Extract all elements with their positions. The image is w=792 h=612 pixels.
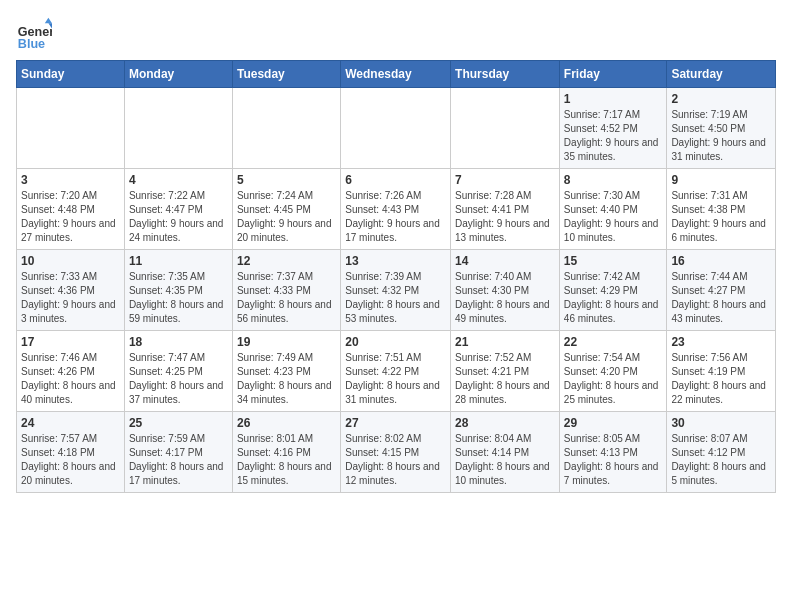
day-number: 2 xyxy=(671,92,771,106)
weekday-header-row: SundayMondayTuesdayWednesdayThursdayFrid… xyxy=(17,61,776,88)
day-number: 28 xyxy=(455,416,555,430)
day-cell: 17Sunrise: 7:46 AM Sunset: 4:26 PM Dayli… xyxy=(17,331,125,412)
day-info: Sunrise: 7:33 AM Sunset: 4:36 PM Dayligh… xyxy=(21,270,120,326)
day-cell: 22Sunrise: 7:54 AM Sunset: 4:20 PM Dayli… xyxy=(559,331,667,412)
logo-icon: General Blue xyxy=(16,16,52,52)
day-cell: 14Sunrise: 7:40 AM Sunset: 4:30 PM Dayli… xyxy=(451,250,560,331)
week-row-2: 3Sunrise: 7:20 AM Sunset: 4:48 PM Daylig… xyxy=(17,169,776,250)
day-number: 6 xyxy=(345,173,446,187)
day-number: 8 xyxy=(564,173,663,187)
day-number: 12 xyxy=(237,254,336,268)
day-info: Sunrise: 8:05 AM Sunset: 4:13 PM Dayligh… xyxy=(564,432,663,488)
day-info: Sunrise: 7:31 AM Sunset: 4:38 PM Dayligh… xyxy=(671,189,771,245)
day-cell xyxy=(341,88,451,169)
day-cell: 21Sunrise: 7:52 AM Sunset: 4:21 PM Dayli… xyxy=(451,331,560,412)
day-number: 4 xyxy=(129,173,228,187)
week-row-3: 10Sunrise: 7:33 AM Sunset: 4:36 PM Dayli… xyxy=(17,250,776,331)
svg-marker-2 xyxy=(45,18,52,23)
calendar-table: SundayMondayTuesdayWednesdayThursdayFrid… xyxy=(16,60,776,493)
day-cell: 25Sunrise: 7:59 AM Sunset: 4:17 PM Dayli… xyxy=(124,412,232,493)
day-info: Sunrise: 7:35 AM Sunset: 4:35 PM Dayligh… xyxy=(129,270,228,326)
day-number: 1 xyxy=(564,92,663,106)
day-info: Sunrise: 7:28 AM Sunset: 4:41 PM Dayligh… xyxy=(455,189,555,245)
day-info: Sunrise: 7:51 AM Sunset: 4:22 PM Dayligh… xyxy=(345,351,446,407)
day-cell: 16Sunrise: 7:44 AM Sunset: 4:27 PM Dayli… xyxy=(667,250,776,331)
day-info: Sunrise: 7:44 AM Sunset: 4:27 PM Dayligh… xyxy=(671,270,771,326)
logo: General Blue xyxy=(16,16,60,52)
day-cell: 23Sunrise: 7:56 AM Sunset: 4:19 PM Dayli… xyxy=(667,331,776,412)
day-number: 13 xyxy=(345,254,446,268)
day-cell: 15Sunrise: 7:42 AM Sunset: 4:29 PM Dayli… xyxy=(559,250,667,331)
weekday-friday: Friday xyxy=(559,61,667,88)
day-cell xyxy=(232,88,340,169)
day-info: Sunrise: 7:49 AM Sunset: 4:23 PM Dayligh… xyxy=(237,351,336,407)
day-cell: 18Sunrise: 7:47 AM Sunset: 4:25 PM Dayli… xyxy=(124,331,232,412)
day-number: 7 xyxy=(455,173,555,187)
day-info: Sunrise: 7:42 AM Sunset: 4:29 PM Dayligh… xyxy=(564,270,663,326)
day-cell: 5Sunrise: 7:24 AM Sunset: 4:45 PM Daylig… xyxy=(232,169,340,250)
day-number: 23 xyxy=(671,335,771,349)
day-number: 9 xyxy=(671,173,771,187)
day-number: 5 xyxy=(237,173,336,187)
day-cell: 3Sunrise: 7:20 AM Sunset: 4:48 PM Daylig… xyxy=(17,169,125,250)
day-cell: 4Sunrise: 7:22 AM Sunset: 4:47 PM Daylig… xyxy=(124,169,232,250)
day-cell: 24Sunrise: 7:57 AM Sunset: 4:18 PM Dayli… xyxy=(17,412,125,493)
weekday-thursday: Thursday xyxy=(451,61,560,88)
day-cell: 28Sunrise: 8:04 AM Sunset: 4:14 PM Dayli… xyxy=(451,412,560,493)
day-cell xyxy=(451,88,560,169)
day-info: Sunrise: 7:19 AM Sunset: 4:50 PM Dayligh… xyxy=(671,108,771,164)
day-number: 24 xyxy=(21,416,120,430)
day-cell: 20Sunrise: 7:51 AM Sunset: 4:22 PM Dayli… xyxy=(341,331,451,412)
week-row-4: 17Sunrise: 7:46 AM Sunset: 4:26 PM Dayli… xyxy=(17,331,776,412)
day-cell: 29Sunrise: 8:05 AM Sunset: 4:13 PM Dayli… xyxy=(559,412,667,493)
day-number: 18 xyxy=(129,335,228,349)
day-info: Sunrise: 7:46 AM Sunset: 4:26 PM Dayligh… xyxy=(21,351,120,407)
day-number: 15 xyxy=(564,254,663,268)
calendar-header: SundayMondayTuesdayWednesdayThursdayFrid… xyxy=(17,61,776,88)
day-info: Sunrise: 8:07 AM Sunset: 4:12 PM Dayligh… xyxy=(671,432,771,488)
day-number: 3 xyxy=(21,173,120,187)
weekday-sunday: Sunday xyxy=(17,61,125,88)
day-number: 17 xyxy=(21,335,120,349)
day-number: 21 xyxy=(455,335,555,349)
day-cell: 8Sunrise: 7:30 AM Sunset: 4:40 PM Daylig… xyxy=(559,169,667,250)
day-cell: 26Sunrise: 8:01 AM Sunset: 4:16 PM Dayli… xyxy=(232,412,340,493)
weekday-wednesday: Wednesday xyxy=(341,61,451,88)
weekday-tuesday: Tuesday xyxy=(232,61,340,88)
week-row-5: 24Sunrise: 7:57 AM Sunset: 4:18 PM Dayli… xyxy=(17,412,776,493)
page-header: General Blue xyxy=(16,16,776,52)
day-cell: 1Sunrise: 7:17 AM Sunset: 4:52 PM Daylig… xyxy=(559,88,667,169)
day-info: Sunrise: 7:37 AM Sunset: 4:33 PM Dayligh… xyxy=(237,270,336,326)
day-info: Sunrise: 7:24 AM Sunset: 4:45 PM Dayligh… xyxy=(237,189,336,245)
day-cell: 19Sunrise: 7:49 AM Sunset: 4:23 PM Dayli… xyxy=(232,331,340,412)
day-cell: 11Sunrise: 7:35 AM Sunset: 4:35 PM Dayli… xyxy=(124,250,232,331)
day-cell: 9Sunrise: 7:31 AM Sunset: 4:38 PM Daylig… xyxy=(667,169,776,250)
day-number: 14 xyxy=(455,254,555,268)
day-info: Sunrise: 7:20 AM Sunset: 4:48 PM Dayligh… xyxy=(21,189,120,245)
day-info: Sunrise: 7:57 AM Sunset: 4:18 PM Dayligh… xyxy=(21,432,120,488)
calendar-body: 1Sunrise: 7:17 AM Sunset: 4:52 PM Daylig… xyxy=(17,88,776,493)
week-row-1: 1Sunrise: 7:17 AM Sunset: 4:52 PM Daylig… xyxy=(17,88,776,169)
day-info: Sunrise: 7:22 AM Sunset: 4:47 PM Dayligh… xyxy=(129,189,228,245)
day-number: 30 xyxy=(671,416,771,430)
day-info: Sunrise: 7:30 AM Sunset: 4:40 PM Dayligh… xyxy=(564,189,663,245)
day-info: Sunrise: 7:52 AM Sunset: 4:21 PM Dayligh… xyxy=(455,351,555,407)
svg-text:Blue: Blue xyxy=(18,37,45,51)
day-info: Sunrise: 7:39 AM Sunset: 4:32 PM Dayligh… xyxy=(345,270,446,326)
day-cell: 7Sunrise: 7:28 AM Sunset: 4:41 PM Daylig… xyxy=(451,169,560,250)
day-info: Sunrise: 8:01 AM Sunset: 4:16 PM Dayligh… xyxy=(237,432,336,488)
day-number: 29 xyxy=(564,416,663,430)
day-cell: 10Sunrise: 7:33 AM Sunset: 4:36 PM Dayli… xyxy=(17,250,125,331)
weekday-saturday: Saturday xyxy=(667,61,776,88)
day-info: Sunrise: 7:40 AM Sunset: 4:30 PM Dayligh… xyxy=(455,270,555,326)
day-number: 16 xyxy=(671,254,771,268)
day-number: 20 xyxy=(345,335,446,349)
day-cell: 27Sunrise: 8:02 AM Sunset: 4:15 PM Dayli… xyxy=(341,412,451,493)
day-cell: 13Sunrise: 7:39 AM Sunset: 4:32 PM Dayli… xyxy=(341,250,451,331)
day-cell: 30Sunrise: 8:07 AM Sunset: 4:12 PM Dayli… xyxy=(667,412,776,493)
day-info: Sunrise: 7:17 AM Sunset: 4:52 PM Dayligh… xyxy=(564,108,663,164)
day-info: Sunrise: 7:59 AM Sunset: 4:17 PM Dayligh… xyxy=(129,432,228,488)
day-number: 22 xyxy=(564,335,663,349)
weekday-monday: Monday xyxy=(124,61,232,88)
day-number: 11 xyxy=(129,254,228,268)
